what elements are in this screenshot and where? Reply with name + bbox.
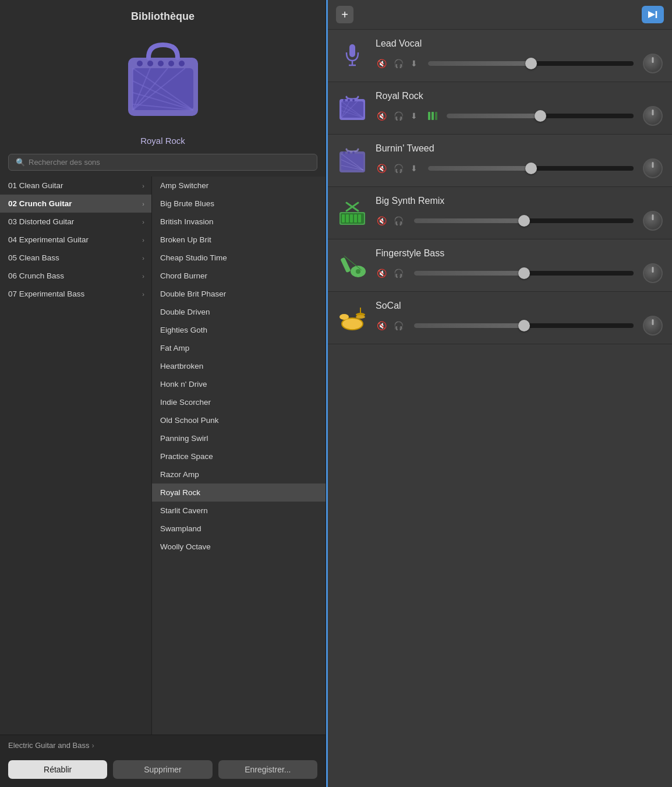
headphone-button-track-burnin-tweed[interactable]: 🎧 bbox=[392, 163, 405, 174]
track-controls-track-big-synth: 🔇🎧 bbox=[376, 211, 663, 231]
preset-item-p-20[interactable]: Swampland bbox=[152, 520, 326, 538]
volume-track-track-lead-vocal[interactable] bbox=[428, 61, 634, 66]
category-item-cat-05[interactable]: 05 Clean Bass› bbox=[0, 249, 151, 267]
headphone-button-track-big-synth[interactable]: 🎧 bbox=[392, 215, 405, 227]
mute-button-track-lead-vocal[interactable]: 🔇 bbox=[376, 58, 388, 69]
preset-item-p-16[interactable]: Practice Space bbox=[152, 447, 326, 465]
preset-item-p-17[interactable]: Razor Amp bbox=[152, 465, 326, 484]
download-button-track-royal-rock[interactable]: ⬇ bbox=[409, 110, 419, 122]
save-button[interactable]: Enregistrer... bbox=[218, 760, 317, 779]
category-item-cat-07[interactable]: 07 Experimental Bass› bbox=[0, 285, 151, 303]
mute-button-track-burnin-tweed[interactable]: 🔇 bbox=[376, 163, 388, 174]
volume-track-track-fingerstyle-bass[interactable] bbox=[414, 271, 634, 276]
mute-button-track-big-synth[interactable]: 🔇 bbox=[376, 215, 388, 227]
preset-item-p-19[interactable]: Starlit Cavern bbox=[152, 502, 326, 520]
category-label: 01 Clean Guitar bbox=[8, 181, 63, 190]
headphone-button-track-royal-rock[interactable]: 🎧 bbox=[392, 110, 405, 122]
category-item-cat-03[interactable]: 03 Distorted Guitar› bbox=[0, 213, 151, 231]
volume-knob-track-royal-rock[interactable] bbox=[643, 106, 663, 126]
preset-item-p-06[interactable]: Chord Burner bbox=[152, 267, 326, 285]
track-name-track-lead-vocal: Lead Vocal bbox=[376, 38, 663, 49]
volume-track-track-burnin-tweed[interactable] bbox=[428, 166, 634, 171]
track-name-track-socal: SoCal bbox=[376, 301, 663, 311]
track-icon-track-fingerstyle-bass bbox=[337, 250, 367, 281]
volume-thumb-track-big-synth[interactable] bbox=[518, 215, 530, 227]
svg-point-12 bbox=[158, 61, 164, 66]
mute-button-track-royal-rock[interactable]: 🔇 bbox=[376, 110, 388, 122]
download-button-track-lead-vocal[interactable]: ⬇ bbox=[409, 58, 419, 69]
mute-button-track-socal[interactable]: 🔇 bbox=[376, 320, 388, 331]
breadcrumb-arrow: › bbox=[91, 741, 94, 750]
download-button-track-burnin-tweed[interactable]: ⬇ bbox=[409, 163, 419, 174]
volume-knob-track-burnin-tweed[interactable] bbox=[643, 158, 663, 178]
search-icon: 🔍 bbox=[16, 158, 25, 167]
preset-item-p-15[interactable]: Panning Swirl bbox=[152, 429, 326, 447]
category-item-cat-06[interactable]: 06 Crunch Bass› bbox=[0, 267, 151, 285]
preset-item-p-18[interactable]: Royal Rock bbox=[152, 484, 326, 502]
volume-knob-track-big-synth[interactable] bbox=[643, 211, 663, 231]
svg-point-11 bbox=[147, 61, 153, 66]
track-icon-track-royal-rock bbox=[337, 93, 367, 123]
preset-item-p-10[interactable]: Fat Amp bbox=[152, 339, 326, 357]
preset-item-p-11[interactable]: Heartbroken bbox=[152, 357, 326, 375]
volume-knob-track-socal[interactable] bbox=[643, 316, 663, 336]
preset-item-p-14[interactable]: Old School Punk bbox=[152, 411, 326, 429]
svg-rect-42 bbox=[346, 214, 349, 223]
volume-slider-track-royal-rock[interactable] bbox=[447, 114, 634, 118]
level-bar-1 bbox=[428, 112, 430, 120]
volume-thumb-track-lead-vocal[interactable] bbox=[525, 58, 537, 69]
volume-slider-track-socal[interactable] bbox=[414, 323, 634, 328]
preset-item-p-04[interactable]: Broken Up Brit bbox=[152, 231, 326, 249]
preset-item-p-01[interactable]: Amp Switcher bbox=[152, 177, 326, 195]
headphone-button-track-lead-vocal[interactable]: 🎧 bbox=[392, 58, 405, 69]
volume-track-track-big-synth[interactable] bbox=[414, 218, 634, 223]
smart-controls-button[interactable] bbox=[642, 6, 664, 23]
track-row-track-big-synth: Big Synth Remix 🔇🎧 bbox=[328, 187, 672, 239]
volume-thumb-track-fingerstyle-bass[interactable] bbox=[518, 267, 530, 279]
volume-slider-track-burnin-tweed[interactable] bbox=[428, 166, 634, 171]
preset-item-p-21[interactable]: Woolly Octave bbox=[152, 538, 326, 556]
synth-icon bbox=[338, 200, 366, 226]
svg-point-14 bbox=[179, 61, 185, 66]
amp2-track-icon bbox=[338, 148, 366, 174]
volume-knob-track-fingerstyle-bass[interactable] bbox=[643, 263, 663, 283]
preset-item-p-07[interactable]: Double Brit Phaser bbox=[152, 285, 326, 303]
track-row-track-burnin-tweed: Burnin' Tweed 🔇🎧⬇ bbox=[328, 135, 672, 187]
preset-item-p-13[interactable]: Indie Scorcher bbox=[152, 393, 326, 411]
search-input[interactable] bbox=[29, 158, 310, 167]
presets-list: Amp SwitcherBig Brute BluesBritish Invas… bbox=[151, 177, 326, 735]
add-track-button[interactable]: + bbox=[336, 6, 353, 23]
track-row-track-royal-rock: Royal Rock 🔇🎧⬇ bbox=[328, 82, 672, 135]
volume-thumb-track-burnin-tweed[interactable] bbox=[525, 163, 537, 174]
volume-thumb-track-socal[interactable] bbox=[518, 320, 530, 331]
preset-item-p-09[interactable]: Eighties Goth bbox=[152, 321, 326, 339]
preset-item-p-03[interactable]: British Invasion bbox=[152, 213, 326, 231]
category-item-cat-02[interactable]: 02 Crunch Guitar› bbox=[0, 195, 151, 213]
search-bar[interactable]: 🔍 bbox=[8, 154, 317, 171]
selected-preset-name: Royal Rock bbox=[0, 132, 326, 154]
preset-item-p-12[interactable]: Honk n' Drive bbox=[152, 375, 326, 393]
headphone-button-track-socal[interactable]: 🎧 bbox=[392, 320, 405, 331]
volume-track-track-socal[interactable] bbox=[414, 323, 634, 328]
category-arrow: › bbox=[142, 218, 144, 225]
headphone-button-track-fingerstyle-bass[interactable]: 🎧 bbox=[392, 267, 405, 279]
volume-track-track-royal-rock[interactable] bbox=[447, 114, 634, 118]
volume-slider-track-fingerstyle-bass[interactable] bbox=[414, 271, 634, 276]
volume-fill-track-burnin-tweed bbox=[428, 166, 531, 171]
breadcrumb[interactable]: Electric Guitar and Bass › bbox=[8, 741, 317, 750]
mute-button-track-fingerstyle-bass[interactable]: 🔇 bbox=[376, 267, 388, 279]
volume-slider-track-lead-vocal[interactable] bbox=[428, 61, 634, 66]
category-item-cat-04[interactable]: 04 Experimental Guitar› bbox=[0, 231, 151, 249]
volume-slider-track-big-synth[interactable] bbox=[414, 218, 634, 223]
preset-item-p-02[interactable]: Big Brute Blues bbox=[152, 195, 326, 213]
preset-item-p-05[interactable]: Cheap Studio Time bbox=[152, 249, 326, 267]
track-icon-track-lead-vocal bbox=[337, 41, 367, 71]
preset-item-p-08[interactable]: Double Driven bbox=[152, 303, 326, 321]
level-indicator-track-royal-rock bbox=[428, 112, 437, 120]
reset-button[interactable]: Rétablir bbox=[8, 760, 107, 779]
delete-button[interactable]: Supprimer bbox=[113, 760, 212, 779]
category-item-cat-01[interactable]: 01 Clean Guitar› bbox=[0, 177, 151, 195]
svg-point-38 bbox=[352, 151, 355, 154]
volume-knob-track-lead-vocal[interactable] bbox=[643, 54, 663, 73]
volume-thumb-track-royal-rock[interactable] bbox=[535, 110, 546, 122]
